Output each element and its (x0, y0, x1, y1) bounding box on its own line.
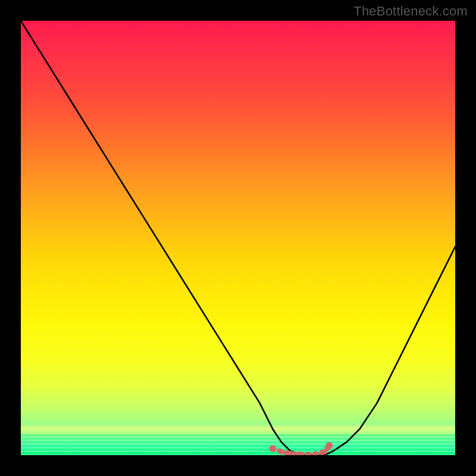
bottleneck-curve-line (21, 21, 455, 455)
curve-marker (279, 449, 284, 455)
chart-svg (21, 21, 455, 455)
curve-marker (322, 449, 328, 455)
curve-marker (269, 445, 276, 452)
watermark-text: TheBottleneck.com (353, 4, 468, 19)
curve-marker (325, 442, 333, 449)
curve-markers (269, 442, 333, 455)
chart-area (21, 21, 455, 455)
